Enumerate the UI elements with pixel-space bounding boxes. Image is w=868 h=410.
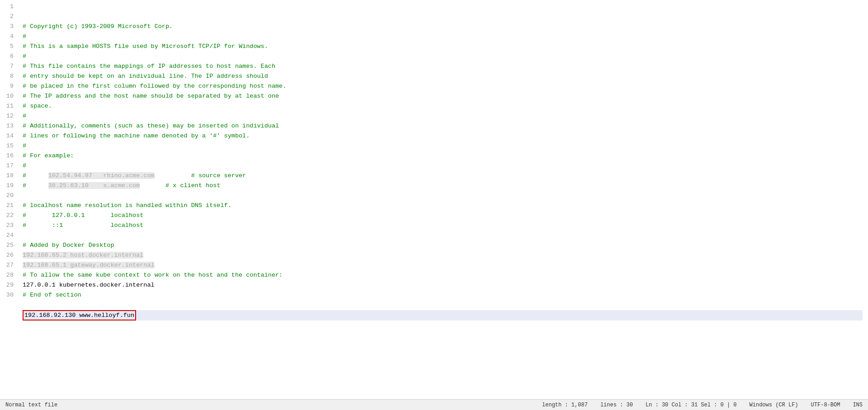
line-number-17: 17 xyxy=(2,161,14,171)
code-line-22 xyxy=(23,231,863,240)
code-line-8: # The IP address and the host name shoul… xyxy=(23,91,863,101)
code-line-18 xyxy=(23,191,863,201)
code-line-11: # Additionally, comments (such as these)… xyxy=(23,121,863,131)
editor-area: 1234567891011121314151617181920212223242… xyxy=(0,0,868,399)
line-number-14: 14 xyxy=(2,131,14,141)
line-number-18: 18 xyxy=(2,171,14,181)
code-line-5: # This file contains the mappings of IP … xyxy=(23,61,863,71)
line-number-11: 11 xyxy=(2,101,14,111)
line-numbers: 1234567891011121314151617181920212223242… xyxy=(0,2,17,397)
line-number-29: 29 xyxy=(2,280,14,290)
code-line-24: 192.168.65.2 host.docker.internal xyxy=(23,250,863,260)
line-number-4: 4 xyxy=(2,32,14,42)
line-number-19: 19 xyxy=(2,181,14,191)
status-right: length : 1,087 lines : 30 Ln : 30 Col : … xyxy=(542,402,863,408)
code-line-3: # This is a sample HOSTS file used by Mi… xyxy=(23,42,863,52)
line-number-12: 12 xyxy=(2,111,14,121)
code-line-13: # xyxy=(23,141,863,151)
status-lines: lines : 30 xyxy=(600,402,633,408)
line-number-10: 10 xyxy=(2,91,14,101)
code-line-9: # space. xyxy=(23,101,863,111)
status-cursor: Ln : 30 Col : 31 Sel : 0 | 0 xyxy=(646,402,737,408)
code-line-6: # entry should be kept on an individual … xyxy=(23,71,863,81)
line-number-15: 15 xyxy=(2,141,14,151)
line-number-8: 8 xyxy=(2,71,14,81)
line-number-6: 6 xyxy=(2,52,14,61)
status-line-ending: Windows (CR LF) xyxy=(750,402,798,408)
line-number-20: 20 xyxy=(2,191,14,201)
line-number-1: 1 xyxy=(2,2,14,12)
code-line-7: # be placed in the first column followed… xyxy=(23,81,863,91)
code-line-21: # ::1 localhost xyxy=(23,221,863,231)
code-container[interactable]: 1234567891011121314151617181920212223242… xyxy=(0,0,868,399)
code-line-20: # 127.0.0.1 localhost xyxy=(23,211,863,221)
code-line-30: 192.168.92.130 www.helloyf.fun xyxy=(23,310,863,320)
status-bar: Normal text file length : 1,087 lines : … xyxy=(0,399,868,410)
code-line-10: # xyxy=(23,111,863,121)
line-number-21: 21 xyxy=(2,201,14,211)
status-ins: INS xyxy=(853,402,863,408)
line-number-27: 27 xyxy=(2,260,14,270)
line-number-25: 25 xyxy=(2,240,14,250)
line-number-3: 3 xyxy=(2,22,14,32)
line-number-9: 9 xyxy=(2,81,14,91)
line-number-23: 23 xyxy=(2,221,14,231)
line-number-26: 26 xyxy=(2,250,14,260)
line-number-28: 28 xyxy=(2,270,14,280)
line-number-7: 7 xyxy=(2,61,14,71)
code-line-26: # To allow the same kube context to work… xyxy=(23,270,863,280)
line-number-2: 2 xyxy=(2,12,14,22)
code-line-27: 127.0.0.1 kubernetes.docker.internal xyxy=(23,280,863,290)
code-line-2: # xyxy=(23,32,863,42)
line-number-30: 30 xyxy=(2,290,14,300)
code-line-28: # End of section xyxy=(23,290,863,300)
code-line-23: # Added by Docker Desktop xyxy=(23,240,863,250)
code-line-12: # lines or following the machine name de… xyxy=(23,131,863,141)
line-number-16: 16 xyxy=(2,151,14,161)
code-line-16: # 102.54.94.97 rhino.acme.com # source s… xyxy=(23,171,863,181)
code-line-15: # xyxy=(23,161,863,171)
status-length: length : 1,087 xyxy=(542,402,588,408)
code-line-14: # For example: xyxy=(23,151,863,161)
status-encoding: UTF-8-BOM xyxy=(811,402,840,408)
line-number-22: 22 xyxy=(2,211,14,221)
code-content[interactable]: # Copyright (c) 1993-2009 Microsoft Corp… xyxy=(17,2,868,397)
code-line-17: # 38.25.63.10 x.acme.com # x client host xyxy=(23,181,863,191)
code-line-19: # localhost name resolution is handled w… xyxy=(23,201,863,211)
code-line-25: 192.168.65.1 gateway.docker.internal xyxy=(23,260,863,270)
status-file-type: Normal text file xyxy=(5,402,542,408)
highlighted-entry: 192.168.92.130 www.helloyf.fun xyxy=(23,310,136,320)
code-line-4: # xyxy=(23,52,863,61)
line-number-5: 5 xyxy=(2,42,14,52)
line-number-24: 24 xyxy=(2,231,14,240)
code-line-29 xyxy=(23,300,863,310)
line-number-13: 13 xyxy=(2,121,14,131)
code-line-1: # Copyright (c) 1993-2009 Microsoft Corp… xyxy=(23,22,863,32)
